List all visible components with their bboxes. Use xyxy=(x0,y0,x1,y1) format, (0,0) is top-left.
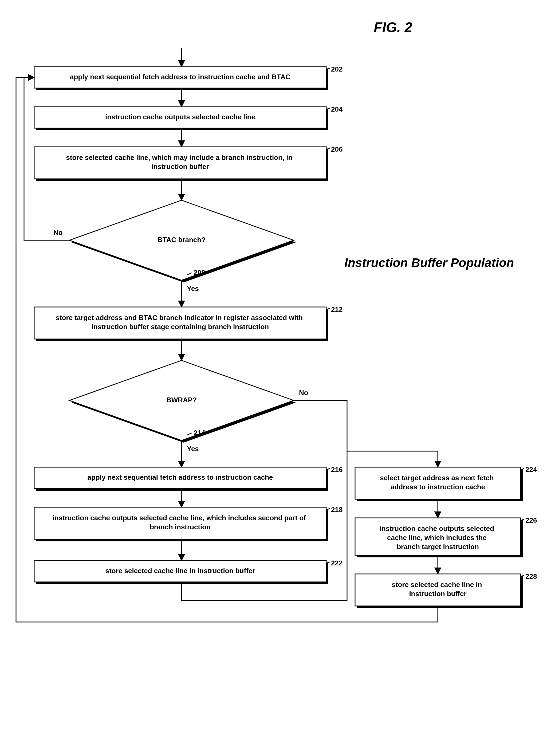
figure-label: FIG. 2 xyxy=(374,19,412,35)
svg-text:228: 228 xyxy=(525,572,537,580)
svg-text:BWRAP?: BWRAP? xyxy=(166,396,197,404)
svg-text:instruction cache outputs sele: instruction cache outputs selected cache… xyxy=(105,113,255,121)
svg-text:apply next sequential fetch ad: apply next sequential fetch address to i… xyxy=(88,473,273,481)
svg-text:208: 208 xyxy=(194,269,205,277)
label-yes-214: Yes xyxy=(187,445,199,453)
svg-text:216: 216 xyxy=(331,466,343,474)
flowchart: FIG. 2 Instruction Buffer Population app… xyxy=(0,0,547,756)
label-no-214: No xyxy=(299,389,308,397)
label-no: No xyxy=(53,229,63,237)
decision-208: BTAC branch? 208 xyxy=(69,200,296,282)
svg-text:214: 214 xyxy=(194,429,205,437)
svg-text:store selected cache line in i: store selected cache line in instruction… xyxy=(105,567,255,575)
svg-text:BTAC branch?: BTAC branch? xyxy=(158,236,206,244)
step-218: instruction cache outputs selected cache… xyxy=(34,506,343,541)
step-222: store selected cache line in instruction… xyxy=(34,559,343,584)
svg-text:apply next sequential fetch ad: apply next sequential fetch address to i… xyxy=(70,73,290,81)
decision-214: BWRAP? 214 xyxy=(69,360,296,443)
svg-text:206: 206 xyxy=(331,145,343,153)
step-226: instruction cache outputs selected cache… xyxy=(355,516,537,557)
svg-text:212: 212 xyxy=(331,305,343,313)
diagram-title: Instruction Buffer Population xyxy=(344,256,514,270)
svg-text:226: 226 xyxy=(525,516,537,524)
svg-text:224: 224 xyxy=(525,466,537,474)
step-216: apply next sequential fetch address to i… xyxy=(34,466,343,491)
svg-text:222: 222 xyxy=(331,559,343,567)
svg-text:204: 204 xyxy=(331,105,343,113)
svg-text:202: 202 xyxy=(331,65,343,73)
step-224: select target address as next fetch addr… xyxy=(355,466,537,501)
svg-text:instruction cache outputs sele: instruction cache outputs selected cache… xyxy=(380,525,496,551)
svg-text:218: 218 xyxy=(331,506,343,514)
step-212: store target address and BTAC branch ind… xyxy=(34,305,343,341)
step-206: store selected cache line, which may inc… xyxy=(34,145,343,181)
step-228: store selected cache line in instruction… xyxy=(355,572,537,608)
label-yes: Yes xyxy=(187,285,199,293)
step-202: apply next sequential fetch address to i… xyxy=(34,65,343,90)
step-204: instruction cache outputs selected cache… xyxy=(34,105,343,130)
